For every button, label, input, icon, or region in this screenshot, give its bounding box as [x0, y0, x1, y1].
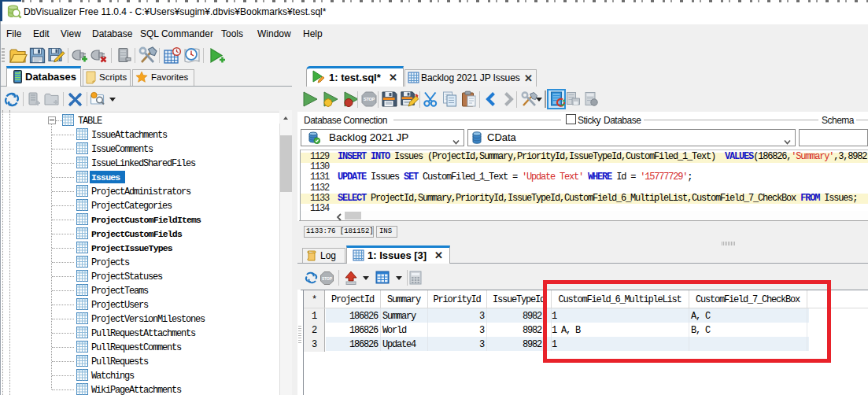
- svg-text:STOP: STOP: [364, 97, 375, 102]
- svg-text:STOP: STOP: [322, 277, 333, 281]
